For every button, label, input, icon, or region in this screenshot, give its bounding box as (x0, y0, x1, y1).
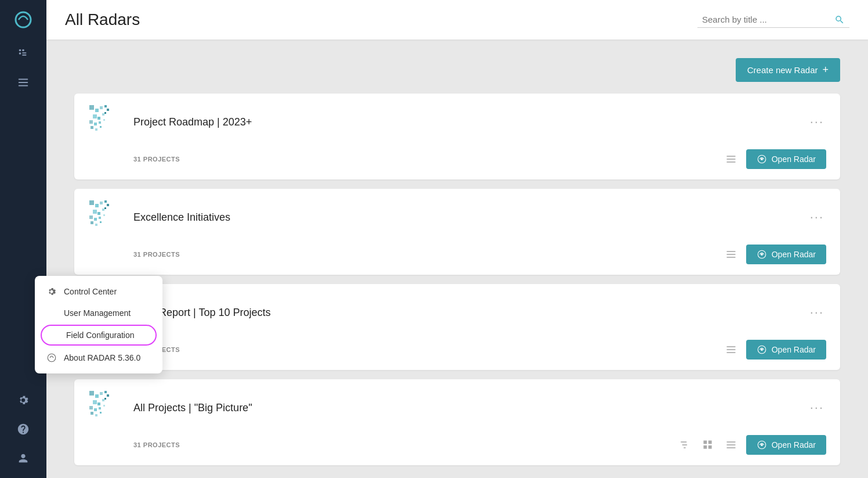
open-radar-label-2: Open Radar (772, 250, 816, 259)
svg-rect-23 (100, 126, 102, 128)
svg-rect-13 (104, 105, 107, 107)
svg-rect-82 (99, 407, 101, 409)
svg-rect-68 (726, 346, 735, 347)
svg-rect-40 (99, 217, 101, 219)
create-button-row: Create new Radar + (74, 58, 840, 82)
radar-card-1: Project Roadmap | 2023+ ··· 31 PROJECTS … (74, 94, 840, 179)
svg-rect-16 (102, 113, 104, 116)
menu-item-about-radar-label: About RADAR 5.36.0 (64, 353, 140, 362)
create-radar-button[interactable]: Create new Radar + (736, 58, 840, 82)
svg-rect-46 (107, 204, 109, 206)
svg-rect-4 (22, 52, 26, 53)
svg-rect-48 (726, 254, 735, 255)
svg-rect-85 (95, 414, 97, 416)
radar-title-2: Excellence Initiatives (133, 211, 798, 224)
svg-rect-27 (726, 159, 735, 160)
menu-item-user-management-label: User Management (64, 308, 131, 318)
page-title: All Radars (65, 10, 140, 29)
app-logo[interactable] (10, 7, 36, 33)
radar-list-view-1[interactable] (723, 151, 739, 167)
svg-rect-76 (104, 391, 107, 393)
radar-info-2: Excellence Initiatives (133, 211, 798, 224)
menu-item-about-radar[interactable]: About RADAR 5.36.0 (35, 347, 162, 369)
svg-point-1 (19, 49, 21, 52)
svg-point-100 (761, 444, 763, 446)
radar-actions-3: Open Radar (723, 340, 826, 360)
svg-rect-5 (22, 55, 26, 56)
svg-rect-28 (726, 161, 735, 163)
svg-rect-94 (703, 445, 707, 449)
radar-list-view-3[interactable] (723, 342, 739, 358)
radar-card-2: Excellence Initiatives ··· 31 PROJECTS O… (74, 189, 840, 275)
svg-rect-8 (19, 85, 28, 87)
menu-item-field-configuration-label: Field Configuration (66, 330, 135, 340)
svg-rect-37 (102, 209, 104, 211)
radar-list-view-2[interactable] (723, 246, 739, 263)
menu-item-field-configuration[interactable]: Field Configuration (41, 325, 157, 346)
svg-rect-92 (703, 441, 707, 444)
radar-info-3: CEO Report | Top 10 Projects (133, 307, 798, 319)
svg-rect-88 (107, 394, 109, 397)
radar-card-4: All Projects | "Big Picture" ··· 31 PROJ… (74, 379, 840, 465)
radar-actions-2: Open Radar (723, 245, 826, 264)
svg-rect-77 (93, 400, 97, 404)
radar-title-4: All Projects | "Big Picture" (133, 402, 798, 414)
svg-rect-86 (100, 412, 102, 414)
search-box[interactable] (697, 12, 849, 28)
search-input[interactable] (702, 15, 830, 24)
settings-icon[interactable] (10, 387, 36, 413)
radar-more-3[interactable]: ··· (808, 305, 826, 320)
svg-rect-25 (107, 109, 109, 111)
dashboard-icon[interactable] (10, 41, 36, 66)
radar-thumbnail-2 (88, 199, 124, 235)
radar-list-view-4[interactable] (723, 437, 739, 453)
create-radar-plus-icon: + (822, 64, 829, 76)
open-radar-label-3: Open Radar (772, 345, 816, 354)
svg-rect-22 (95, 128, 97, 131)
svg-rect-79 (102, 399, 104, 401)
svg-rect-45 (104, 207, 106, 209)
user-icon[interactable] (10, 445, 36, 471)
radar-more-4[interactable]: ··· (808, 400, 826, 415)
radar-grid-view-4[interactable] (700, 437, 716, 453)
svg-rect-18 (94, 123, 97, 125)
menu-item-control-center[interactable]: Control Center (35, 281, 162, 303)
radar-card-3: CEO Report | Top 10 Projects ··· 10 PROJ… (74, 284, 840, 370)
svg-rect-36 (97, 212, 100, 215)
svg-rect-6 (19, 79, 28, 80)
svg-rect-38 (89, 215, 93, 219)
svg-rect-98 (726, 447, 735, 448)
search-icon (834, 15, 845, 25)
radar-more-1[interactable]: ··· (808, 114, 826, 130)
svg-rect-21 (91, 126, 93, 129)
svg-rect-69 (726, 349, 735, 350)
svg-rect-41 (103, 214, 105, 216)
svg-rect-34 (104, 200, 107, 203)
svg-point-30 (761, 158, 763, 160)
radar-more-2[interactable]: ··· (808, 210, 826, 225)
open-radar-button-4[interactable]: Open Radar (746, 435, 826, 455)
open-radar-button-3[interactable]: Open Radar (746, 340, 826, 360)
list-icon[interactable] (10, 70, 36, 95)
open-radar-label-4: Open Radar (772, 440, 816, 450)
open-radar-button-2[interactable]: Open Radar (746, 245, 826, 264)
svg-point-0 (16, 12, 31, 27)
open-radar-label-1: Open Radar (772, 154, 816, 164)
svg-rect-12 (100, 106, 103, 109)
svg-point-51 (761, 253, 763, 256)
svg-point-3 (19, 52, 21, 55)
help-icon[interactable] (10, 416, 36, 442)
radar-filter-view-4[interactable] (677, 437, 693, 453)
svg-rect-47 (726, 251, 735, 252)
svg-rect-33 (100, 202, 103, 204)
svg-rect-93 (708, 441, 712, 444)
popup-menu: Control Center User Management Field Con… (35, 276, 162, 373)
radar-count-2: 31 PROJECTS (133, 251, 714, 258)
open-radar-button-1[interactable]: Open Radar (746, 149, 826, 169)
svg-rect-96 (726, 441, 735, 443)
radar-title-1: Project Roadmap | 2023+ (133, 116, 798, 128)
svg-point-9 (48, 354, 56, 362)
svg-rect-97 (726, 444, 735, 445)
menu-item-control-center-label: Control Center (64, 287, 117, 296)
menu-item-user-management[interactable]: User Management (35, 303, 162, 324)
